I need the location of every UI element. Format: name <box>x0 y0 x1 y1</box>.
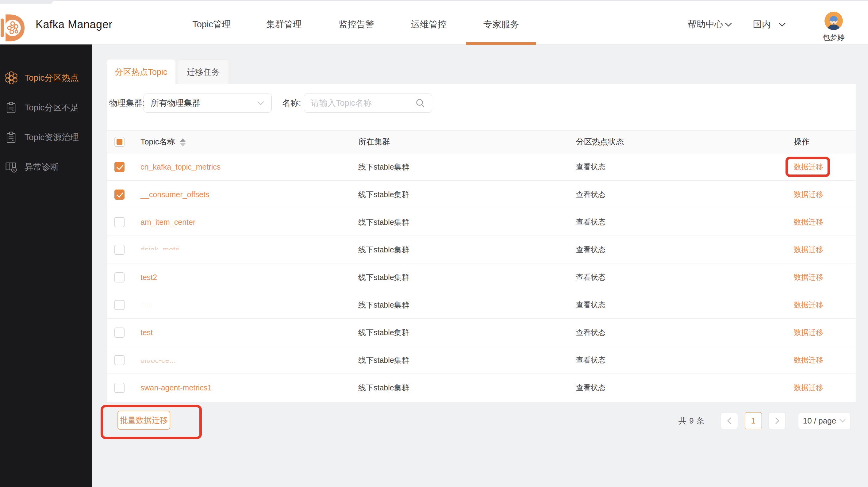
table-row: dsink_metri... 线下stable集群 查看状态 数据迁移 <box>107 236 856 264</box>
column-actions: 操作 <box>794 131 810 153</box>
annotation-rect-migrate <box>785 157 830 177</box>
content-panel: 物理集群: 所有物理集群 名称: Topic名称 所在集群 分区热点状态 操作 … <box>107 84 856 402</box>
chevron-down-icon <box>778 22 786 27</box>
migrate-link[interactable]: 数据迁移 <box>794 374 823 401</box>
sidebar-item-label: 异常诊断 <box>25 161 59 173</box>
nav-topic-manage[interactable]: Topic管理 <box>176 4 248 44</box>
view-status-link[interactable]: 查看状态 <box>576 346 606 374</box>
user-name: 包梦婷 <box>823 32 845 42</box>
row-checkbox[interactable] <box>115 383 125 393</box>
select-all-checkbox[interactable] <box>115 137 125 147</box>
column-cluster: 所在集群 <box>358 131 390 153</box>
user-menu[interactable]: 包梦婷 <box>818 12 849 42</box>
chevron-down-icon <box>724 22 733 27</box>
migrate-link[interactable]: 数据迁移 <box>794 264 823 291</box>
app-title: Kafka Manager <box>36 4 113 44</box>
tab-partition-hotspot-topic[interactable]: 分区热点Topic <box>107 60 176 84</box>
cluster-cell: 线下stable集群 <box>358 346 409 374</box>
topic-name-link[interactable]: __consumer_offsets <box>141 181 210 208</box>
column-topic-name[interactable]: Topic名称 <box>141 131 186 153</box>
top-nav: Topic管理 集群管理 监控告警 运维管控 专家服务 <box>176 4 537 44</box>
svg-text:$: $ <box>13 168 15 172</box>
content-tabs: 分区热点Topic 迁移任务 <box>107 60 229 84</box>
region-selector[interactable]: 国内 <box>753 4 786 44</box>
table-row: swan-agent-metrics1 线下stable集群 查看状态 数据迁移 <box>107 374 856 401</box>
view-status-link[interactable]: 查看状态 <box>576 291 606 318</box>
column-partition-hotspot-status: 分区热点状态 <box>576 131 624 153</box>
sidebar-item-label: Topic资源治理 <box>25 131 79 143</box>
nav-monitor-alert[interactable]: 监控告警 <box>320 4 393 44</box>
migrate-link[interactable]: 数据迁移 <box>794 208 823 236</box>
row-checkbox[interactable] <box>115 355 125 365</box>
table-row: cn_kafka_topic_metrics 线下stable集群 查看状态 数… <box>107 153 856 181</box>
view-status-link[interactable]: 查看状态 <box>576 153 606 181</box>
sidebar-item-topic-partition-hotspot[interactable]: Topic分区热点 <box>0 63 92 93</box>
row-checkbox[interactable] <box>115 245 125 255</box>
migrate-link[interactable]: 数据迁移 <box>794 181 823 208</box>
cluster-cell: 线下stable集群 <box>358 291 409 318</box>
topic-name-search-input[interactable] <box>311 98 413 108</box>
cluster-cell: 线下stable集群 <box>358 181 409 208</box>
help-center-menu[interactable]: 帮助中心 <box>688 4 733 44</box>
migrate-link[interactable]: 数据迁移 <box>794 346 823 374</box>
pagination: 共 9 条 1 10 / page <box>678 412 851 429</box>
avatar[interactable] <box>825 12 843 30</box>
table-row: didoc-ce... 线下stable集群 查看状态 数据迁移 <box>107 346 856 374</box>
main-content: 分区热点Topic 迁移任务 物理集群: 所有物理集群 名称: Topic名称 … <box>92 44 868 487</box>
physical-cluster-label: 物理集群: <box>109 94 145 113</box>
nav-cluster-manage[interactable]: 集群管理 <box>248 4 320 44</box>
topic-name-search-box <box>304 94 432 113</box>
migrate-link[interactable]: 数据迁移 <box>794 236 823 264</box>
name-filter-label: 名称: <box>282 94 301 113</box>
topic-name-link[interactable]: dsink_metri... <box>141 236 186 264</box>
view-status-link[interactable]: 查看状态 <box>576 236 606 264</box>
honeycomb-icon <box>5 71 18 84</box>
nav-expert-service[interactable]: 专家服务 <box>465 4 537 44</box>
view-status-link[interactable]: 查看状态 <box>576 374 606 401</box>
pagination-total: 共 9 条 <box>678 416 705 426</box>
sidebar-item-topic-resource-governance[interactable]: Topic资源治理 <box>0 122 92 152</box>
cluster-cell: 线下stable集群 <box>358 318 409 346</box>
nav-ops-control[interactable]: 运维管控 <box>393 4 465 44</box>
search-icon[interactable] <box>415 98 425 108</box>
pagination-next-button[interactable] <box>769 412 786 429</box>
topic-name-link[interactable]: am_item_center <box>141 208 195 236</box>
row-checkbox[interactable] <box>115 272 125 282</box>
topic-name-link[interactable]: test2 <box>141 264 157 291</box>
chevron-down-icon <box>839 419 846 423</box>
page-size-select[interactable]: 10 / page <box>798 412 851 429</box>
cluster-cell: 线下stable集群 <box>358 264 409 291</box>
migrate-link[interactable]: 数据迁移 <box>794 318 823 346</box>
pagination-prev-button[interactable] <box>721 412 738 429</box>
sidebar-item-anomaly-diagnosis[interactable]: $ 异常诊断 <box>0 152 92 182</box>
topic-name-link[interactable]: cn_kafka_topic_metrics <box>141 153 220 181</box>
clipboard-icon <box>5 131 18 144</box>
sort-carets-icon[interactable] <box>180 138 186 147</box>
view-status-link[interactable]: 查看状态 <box>576 264 606 291</box>
table-row: didi... 线下stable集群 查看状态 数据迁移 <box>107 291 856 318</box>
table-row: am_item_center 线下stable集群 查看状态 数据迁移 <box>107 208 856 236</box>
migrate-link[interactable]: 数据迁移 <box>794 291 823 318</box>
sidebar-item-label: Topic分区不足 <box>25 102 79 114</box>
row-checkbox[interactable] <box>115 162 125 172</box>
annotation-rect-batch-migrate <box>101 405 202 439</box>
view-status-link[interactable]: 查看状态 <box>576 208 606 236</box>
row-checkbox[interactable] <box>115 300 125 310</box>
view-status-link[interactable]: 查看状态 <box>576 318 606 346</box>
topic-name-link[interactable]: test <box>141 318 153 346</box>
sidebar-item-label: Topic分区热点 <box>25 72 79 84</box>
browser-tab-shape <box>52 1 868 4</box>
topic-name-link[interactable]: didoc-ce... <box>141 346 176 374</box>
sidebar-item-topic-partition-insufficient[interactable]: Topic分区不足 <box>0 93 92 122</box>
tab-migration-tasks[interactable]: 迁移任务 <box>178 60 229 84</box>
cluster-cell: 线下stable集群 <box>358 236 409 264</box>
physical-cluster-select[interactable]: 所有物理集群 <box>144 94 272 113</box>
topic-name-link[interactable]: didi... <box>141 291 159 318</box>
row-checkbox[interactable] <box>115 328 125 338</box>
row-checkbox[interactable] <box>115 217 125 227</box>
row-checkbox[interactable] <box>115 189 125 200</box>
table-row: __consumer_offsets 线下stable集群 查看状态 数据迁移 <box>107 181 856 208</box>
view-status-link[interactable]: 查看状态 <box>576 181 606 208</box>
topic-name-link[interactable]: swan-agent-metrics1 <box>141 374 212 401</box>
pagination-page-1[interactable]: 1 <box>745 412 762 429</box>
